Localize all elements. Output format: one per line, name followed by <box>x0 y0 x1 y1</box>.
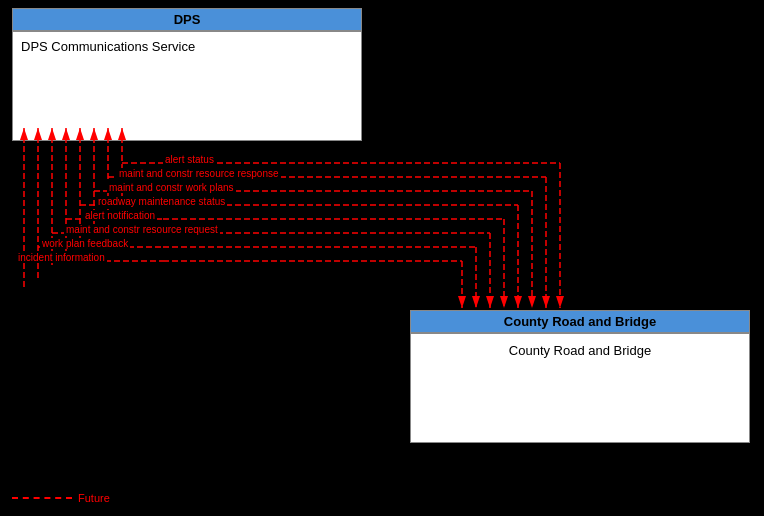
svg-marker-33 <box>472 296 480 308</box>
label-alert-notification: alert notification <box>83 210 157 221</box>
dps-box: DPS DPS Communications Service <box>12 8 362 141</box>
label-maint-resource-response: maint and constr resource response <box>117 168 281 179</box>
label-roadway-maintenance: roadway maintenance status <box>96 196 227 207</box>
legend-line <box>12 497 72 499</box>
svg-marker-32 <box>458 296 466 308</box>
svg-marker-36 <box>514 296 522 308</box>
diagram-container: DPS DPS Communications Service County Ro… <box>0 0 764 516</box>
dps-inner-title: DPS Communications Service <box>21 39 195 54</box>
county-inner-title: County Road and Bridge <box>419 343 741 358</box>
svg-marker-37 <box>528 296 536 308</box>
label-maint-work-plans: maint and constr work plans <box>107 182 236 193</box>
svg-marker-35 <box>500 296 508 308</box>
dps-header: DPS <box>12 8 362 31</box>
county-inner: County Road and Bridge <box>410 333 750 443</box>
county-box: County Road and Bridge County Road and B… <box>410 310 750 443</box>
county-header: County Road and Bridge <box>410 310 750 333</box>
svg-marker-34 <box>486 296 494 308</box>
dps-inner: DPS Communications Service <box>12 31 362 141</box>
legend-label: Future <box>78 492 110 504</box>
legend: Future <box>12 492 110 504</box>
svg-marker-38 <box>542 296 550 308</box>
label-work-plan-feedback: work plan feedback <box>40 238 130 249</box>
svg-marker-39 <box>556 296 564 308</box>
label-maint-resource-request: maint and constr resource request <box>64 224 220 235</box>
label-alert-status: alert status <box>163 154 216 165</box>
label-incident-information: incident information <box>16 252 107 263</box>
